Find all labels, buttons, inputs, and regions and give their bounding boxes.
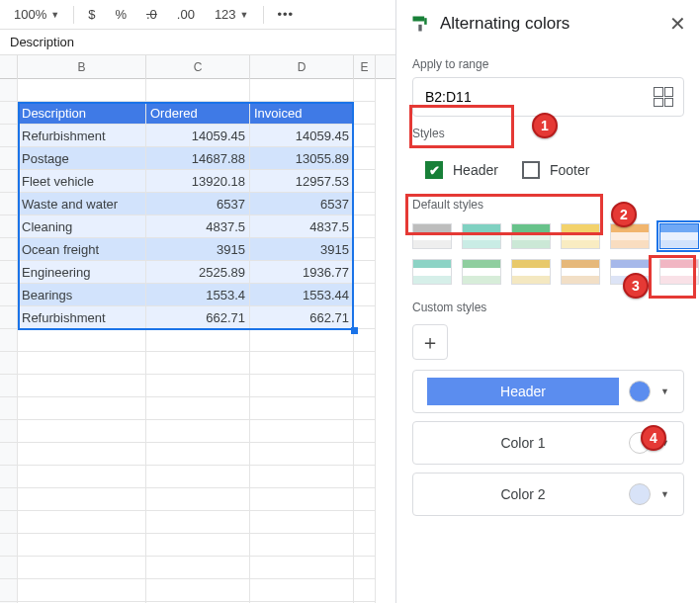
footer-checkbox[interactable]: Footer (522, 161, 589, 179)
row-number[interactable] (0, 352, 18, 375)
row-number[interactable] (0, 306, 18, 329)
table-cell[interactable]: 6537 (250, 193, 354, 215)
row-number[interactable] (0, 488, 18, 511)
decrease-decimal-button[interactable]: .0 (140, 5, 163, 24)
style-swatch[interactable] (610, 223, 650, 249)
percent-button[interactable]: % (109, 5, 132, 24)
selection-handle[interactable] (351, 327, 358, 334)
column-header[interactable]: B (18, 55, 146, 79)
table-cell[interactable]: 12957.53 (250, 170, 354, 193)
cell[interactable] (354, 534, 376, 557)
cell[interactable] (354, 352, 376, 375)
row-number[interactable] (0, 397, 18, 420)
cell[interactable] (354, 466, 376, 488)
cell[interactable] (146, 579, 250, 602)
table-cell[interactable]: Engineering (18, 261, 146, 284)
table-cell[interactable]: 3915 (250, 238, 354, 261)
cell[interactable] (18, 397, 146, 420)
table-cell[interactable]: Waste and water (18, 193, 146, 215)
cell[interactable] (18, 579, 146, 602)
cell[interactable] (250, 375, 354, 397)
cell[interactable] (354, 488, 376, 511)
table-cell[interactable]: 14059.45 (250, 125, 354, 147)
cell[interactable] (250, 557, 354, 579)
cell[interactable] (18, 534, 146, 557)
row-number[interactable] (0, 375, 18, 397)
row-number[interactable] (0, 443, 18, 466)
style-swatch[interactable] (412, 259, 452, 285)
table-cell[interactable]: 13920.18 (146, 170, 250, 193)
cell[interactable] (354, 375, 376, 397)
table-cell[interactable]: Fleet vehicle (18, 170, 146, 193)
table-cell[interactable]: 662.71 (146, 306, 250, 329)
row-number[interactable] (0, 579, 18, 602)
table-cell[interactable]: Cleaning (18, 215, 146, 238)
table-cell[interactable]: Refurbishment (18, 306, 146, 329)
column-header[interactable]: D (250, 55, 354, 79)
table-header-cell[interactable]: Description (18, 102, 146, 125)
cell[interactable] (354, 443, 376, 466)
cell[interactable] (354, 511, 376, 534)
row-number[interactable] (0, 215, 18, 238)
row-number[interactable] (0, 238, 18, 261)
cell[interactable] (250, 511, 354, 534)
table-header-cell[interactable]: Invoiced (250, 102, 354, 125)
style-swatch[interactable] (659, 223, 699, 249)
cell[interactable] (354, 147, 376, 170)
cell[interactable] (18, 466, 146, 488)
header-color-swatch[interactable] (629, 381, 651, 402)
row-number[interactable] (0, 125, 18, 147)
cell[interactable] (146, 375, 250, 397)
cell[interactable] (146, 511, 250, 534)
column-header[interactable]: E (354, 55, 376, 79)
row-number[interactable] (0, 557, 18, 579)
table-cell[interactable]: 14687.88 (146, 147, 250, 170)
table-cell[interactable]: Ocean freight (18, 238, 146, 261)
select-range-icon[interactable] (654, 87, 673, 107)
cell[interactable] (354, 261, 376, 284)
cell[interactable] (18, 79, 146, 102)
column-header[interactable]: C (146, 55, 250, 79)
cell[interactable] (18, 329, 146, 352)
add-custom-style-button[interactable]: ＋ (412, 324, 448, 360)
cell[interactable] (354, 215, 376, 238)
cell[interactable] (18, 420, 146, 443)
table-cell[interactable]: 4837.5 (146, 215, 250, 238)
table-cell[interactable]: Postage (18, 147, 146, 170)
table-cell[interactable]: 1553.44 (250, 284, 354, 306)
cell[interactable] (18, 375, 146, 397)
cell[interactable] (250, 466, 354, 488)
row-number[interactable] (0, 147, 18, 170)
cell[interactable] (18, 443, 146, 466)
table-cell[interactable]: Bearings (18, 284, 146, 306)
row-number[interactable] (0, 466, 18, 488)
cell[interactable] (18, 511, 146, 534)
cell[interactable] (354, 284, 376, 306)
header-checkbox[interactable]: ✔ Header (425, 161, 498, 179)
more-options-button[interactable]: ••• (272, 5, 301, 24)
cell[interactable] (250, 79, 354, 102)
cell[interactable] (354, 125, 376, 147)
table-cell[interactable]: 3915 (146, 238, 250, 261)
cell[interactable] (146, 397, 250, 420)
row-number[interactable] (0, 511, 18, 534)
cell[interactable] (250, 397, 354, 420)
cell[interactable] (250, 352, 354, 375)
row-number[interactable] (0, 193, 18, 215)
cell[interactable] (146, 443, 250, 466)
close-icon[interactable]: ✕ (669, 12, 686, 36)
table-cell[interactable]: 4837.5 (250, 215, 354, 238)
table-header-cell[interactable]: Ordered (146, 102, 250, 125)
cell[interactable] (354, 102, 376, 125)
row-number[interactable] (0, 420, 18, 443)
style-swatch[interactable] (462, 259, 501, 285)
row-number[interactable] (0, 170, 18, 193)
table-cell[interactable]: 2525.89 (146, 261, 250, 284)
cell[interactable] (250, 488, 354, 511)
color2-swatch[interactable] (629, 483, 651, 505)
table-cell[interactable]: 662.71 (250, 306, 354, 329)
cell[interactable] (354, 306, 376, 329)
range-input[interactable] (413, 89, 654, 105)
cell[interactable] (146, 466, 250, 488)
table-cell[interactable]: 13055.89 (250, 147, 354, 170)
